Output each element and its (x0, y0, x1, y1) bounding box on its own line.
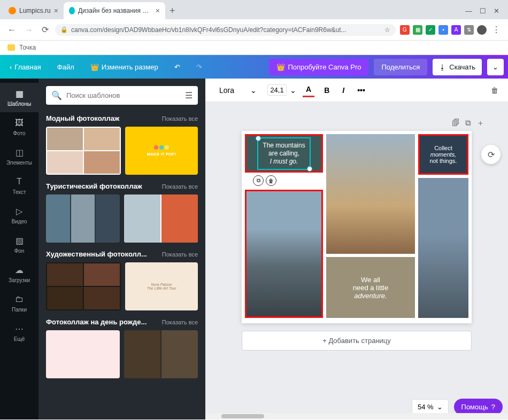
font-size-input[interactable]: ⌄ (267, 84, 296, 96)
extension-icon[interactable]: A (451, 25, 461, 35)
nav-folders[interactable]: 🗀Папки (0, 289, 39, 318)
notes-icon[interactable]: 🗐 (452, 118, 460, 128)
font-dropdown[interactable]: Lora ⌄ (215, 84, 261, 97)
nav-photos[interactable]: 🖼Фото (0, 112, 39, 142)
template-thumb[interactable] (46, 330, 120, 378)
bold-button[interactable]: B (321, 84, 333, 97)
address-bar[interactable]: 🔒 canva.com/design/DAD9WbbaeHc/vb1n8IvkQ… (55, 24, 396, 36)
photo-tile-hands[interactable] (326, 134, 415, 254)
browser-tab-lumpics[interactable]: Lumpics.ru × (3, 2, 64, 19)
extension-icon[interactable]: ✓ (426, 25, 435, 35)
template-categories[interactable]: Модный фотоколлажПоказать все MAKE IT PO… (39, 110, 205, 419)
nav-video[interactable]: ▷Видео (0, 200, 39, 230)
search-box[interactable]: 🔍 ☰ (46, 86, 198, 105)
thumb-text: Nora Patson The Little Art Tour (147, 283, 176, 290)
nav-background[interactable]: ▨Фон (0, 230, 39, 259)
extension-icon[interactable]: ▦ (413, 25, 422, 35)
text-toolbar: Lora ⌄ ⌄ A B I ••• 🗑 (205, 79, 508, 102)
zoom-control[interactable]: 54 % ⌄ (412, 399, 449, 415)
more-button[interactable]: ••• (354, 84, 368, 97)
search-input[interactable] (66, 91, 181, 99)
template-thumb[interactable] (124, 330, 198, 378)
close-icon[interactable]: × (54, 6, 58, 15)
template-thumb[interactable] (46, 195, 120, 243)
see-all-link[interactable]: Показать все (162, 251, 198, 258)
photo-tile-person[interactable] (245, 190, 323, 318)
duplicate-icon[interactable]: ⧉ (465, 118, 471, 128)
text-tile-adventure[interactable]: We all need a little adventure. (326, 257, 415, 318)
extension-icon[interactable]: ▪ (438, 25, 448, 35)
copy-icon[interactable]: ⧉ (253, 175, 264, 186)
delete-button[interactable]: 🗑 (491, 86, 498, 95)
label: Помощь (461, 403, 488, 411)
add-page-button[interactable]: + Добавить страницу (242, 331, 472, 351)
canvas-viewport[interactable]: 🗐 ⧉ ＋ ⟳ The mountains are calling, I mus… (205, 102, 508, 419)
nav-templates[interactable]: ▦Шаблоны (0, 83, 39, 112)
text-tile-mountains[interactable]: The mountains are calling, I must go. ⧉ … (245, 134, 323, 173)
trash-icon[interactable]: 🗑 (266, 175, 276, 186)
share-button[interactable]: Поделиться (374, 59, 427, 75)
see-all-link[interactable]: Показать все (162, 183, 198, 190)
nav-uploads[interactable]: ☁Загрузки (0, 259, 39, 289)
canva-topbar: ‹ Главная Файл 👑 Изменить размер ↶ ↷ 👑 П… (0, 55, 508, 79)
minimize-icon[interactable]: — (465, 7, 472, 15)
template-thumb[interactable] (46, 262, 121, 310)
resize-button[interactable]: 👑 Изменить размер (85, 59, 164, 75)
template-thumb[interactable]: Nora Patson The Little Art Tour (125, 262, 198, 310)
line: The mountains (263, 142, 305, 149)
extension-icon[interactable]: ⇅ (464, 25, 474, 35)
chevron-down-icon: ⌄ (290, 86, 296, 95)
selected-text[interactable]: The mountains are calling, I must go. (257, 137, 310, 170)
template-thumb[interactable] (46, 127, 121, 175)
browser-tab-canva[interactable]: Дизайн без названия — Фотокс × (64, 2, 165, 19)
text-icon: T (14, 176, 25, 187)
size-field[interactable] (267, 84, 287, 96)
video-icon: ▷ (14, 206, 25, 216)
search-icon: 🔍 (51, 90, 62, 100)
design-page[interactable]: The mountains are calling, I must go. ⧉ … (242, 131, 472, 323)
close-icon[interactable]: ✕ (494, 7, 499, 15)
line: Collect (434, 145, 452, 151)
download-button[interactable]: ⭳ Скачать (433, 59, 482, 75)
download-dropdown[interactable]: ⌄ (487, 59, 504, 75)
label: Видео (11, 219, 27, 224)
filter-icon[interactable]: ☰ (185, 90, 193, 100)
floating-toolbar: ⧉ 🗑 (253, 175, 276, 186)
undo-button[interactable]: ↶ (169, 59, 186, 75)
photo-tile-couple[interactable] (418, 178, 468, 318)
add-page-icon[interactable]: ＋ (476, 118, 484, 128)
close-icon[interactable]: × (156, 6, 160, 15)
template-thumb[interactable] (124, 195, 198, 243)
rotate-button[interactable]: ⟳ (481, 145, 501, 164)
nav-text[interactable]: TТекст (0, 171, 39, 200)
thumb-text: MAKE IT POP! (147, 152, 176, 157)
template-thumb[interactable]: MAKE IT POP! (125, 127, 198, 175)
avatar-icon[interactable] (477, 25, 487, 35)
see-all-link[interactable]: Показать все (162, 115, 198, 122)
see-all-link[interactable]: Показать все (162, 319, 198, 325)
italic-button[interactable]: I (339, 84, 348, 97)
new-tab-button[interactable]: + (165, 3, 180, 19)
bookmark-item[interactable]: Точка (19, 44, 36, 51)
elements-icon: ◫ (14, 147, 25, 158)
nav-more[interactable]: ⋯Ещё (0, 318, 39, 347)
scrollbar-thumb[interactable] (221, 414, 264, 418)
maximize-icon[interactable]: ☐ (480, 7, 486, 15)
nav-elements[interactable]: ◫Элементы (0, 142, 39, 171)
redo-button[interactable]: ↷ (191, 59, 207, 75)
home-button[interactable]: ‹ Главная (4, 59, 47, 75)
back-icon[interactable]: ← (5, 23, 18, 37)
horizontal-scrollbar[interactable] (205, 413, 508, 419)
star-icon[interactable]: ☆ (384, 26, 390, 34)
address-bar-row: ← → ⟳ 🔒 canva.com/design/DAD9WbbaeHc/vb1… (0, 19, 508, 41)
menu-icon[interactable]: ⋮ (490, 25, 503, 35)
extension-icon[interactable]: G (400, 25, 410, 35)
file-menu[interactable]: Файл (52, 59, 80, 75)
text-tile-collect[interactable]: Collect moments, not things. (418, 134, 468, 175)
forward-icon[interactable]: → (22, 23, 35, 37)
try-pro-button[interactable]: 👑 Попробуйте Canva Pro (269, 59, 368, 75)
undo-icon: ↶ (174, 63, 180, 71)
reload-icon[interactable]: ⟳ (40, 22, 51, 37)
text-color-button[interactable]: A (303, 83, 314, 97)
crown-icon: 👑 (276, 63, 285, 71)
